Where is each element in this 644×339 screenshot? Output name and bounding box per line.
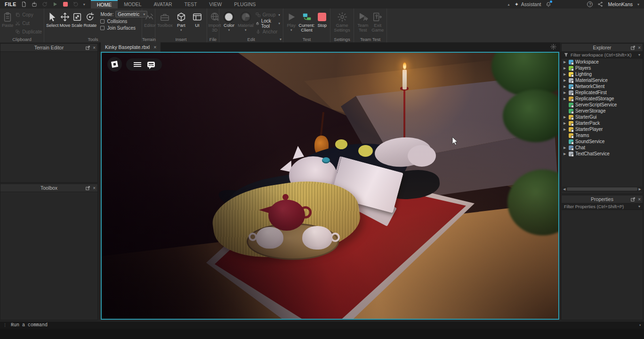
popout-icon[interactable] — [86, 186, 90, 190]
share-icon[interactable] — [597, 1, 603, 7]
explorer-tree-item[interactable]: ▶ NetworkClient — [562, 83, 643, 89]
expand-arrow-icon[interactable]: ▶ — [564, 79, 567, 82]
command-bar-handle-icon[interactable]: ⋮ — [3, 323, 7, 328]
expand-arrow-icon[interactable]: ▶ — [564, 73, 567, 76]
paste-button[interactable]: Paste — [2, 10, 13, 36]
scrollbar-thumb[interactable] — [567, 187, 637, 191]
explorer-tree-item[interactable]: ▶ Chat — [562, 145, 643, 151]
close-icon[interactable]: × — [93, 186, 96, 191]
part-button[interactable]: Part▾ — [174, 10, 189, 36]
user-menu-caret-icon[interactable]: ▾ — [637, 2, 639, 7]
filter-caret-icon[interactable]: ▾ — [638, 53, 640, 57]
play-button[interactable]: Play▾ — [285, 10, 297, 36]
expand-arrow-icon[interactable]: ▶ — [564, 85, 567, 89]
popout-icon[interactable] — [86, 46, 90, 50]
filter-caret-icon[interactable]: ▾ — [638, 204, 640, 209]
explorer-tree-item[interactable]: ▶ StarterPack — [562, 120, 643, 126]
collisions-checkbox[interactable]: Collisions — [100, 19, 147, 24]
user-name[interactable]: MelonKans — [608, 1, 633, 7]
explorer-tree-item[interactable]: ▶ Workspace — [562, 59, 643, 65]
menu-tab[interactable]: PLUGINS — [228, 0, 262, 8]
explorer-tree-item[interactable]: ▶ ServerStorage — [562, 108, 643, 114]
duplicate-button[interactable]: Duplicate — [14, 28, 43, 36]
expand-arrow-icon[interactable]: ▶ — [564, 128, 567, 131]
expand-arrow-icon[interactable]: ▶ — [564, 152, 567, 156]
viewport-settings-gear-icon[interactable] — [550, 44, 556, 50]
join-surfaces-checkbox[interactable]: Join Surfaces — [100, 25, 147, 31]
menu-tab[interactable]: MODEL — [118, 0, 147, 8]
material-button[interactable]: Material▾ — [238, 10, 254, 36]
close-icon[interactable]: × — [638, 197, 641, 202]
ui-button[interactable]: UI — [190, 10, 205, 36]
explorer-tree-item[interactable]: ▶ ReplicatedStorage — [562, 96, 643, 102]
collapse-ribbon-chevron-icon[interactable]: ▴ — [508, 2, 510, 7]
explorer-tree-item[interactable]: ▶ Players — [562, 65, 643, 71]
explorer-tree-item[interactable]: ▶ ReplicatedFirst — [562, 89, 643, 96]
group-button[interactable]: Group▾ — [255, 11, 281, 19]
edit-dialog-launcher-icon[interactable]: ▾ — [280, 37, 282, 41]
toolbox-button[interactable]: Toolbox — [157, 10, 173, 36]
team-test-button[interactable]: Team Test — [356, 10, 370, 36]
properties-filter-input[interactable]: Filter Properties (Ctrl+Shift+P) ▾ — [562, 203, 643, 210]
command-input[interactable]: Run a command — [11, 323, 48, 328]
scroll-left-arrow-icon[interactable]: ◀ — [563, 187, 565, 191]
scale-tool-button[interactable]: Scale — [72, 10, 83, 36]
document-tab[interactable]: Kinky Baseplate.rbxl × — [101, 42, 161, 52]
explorer-tree-item[interactable]: ▶ Lighting — [562, 71, 643, 77]
terrain-editor-button[interactable]: Editor — [144, 10, 156, 36]
play-icon[interactable] — [52, 1, 58, 8]
explorer-tree-item[interactable]: ▶ Teams — [562, 132, 643, 138]
expand-arrow-icon[interactable]: ▶ — [564, 60, 567, 64]
assistant-button[interactable]: ✦ Assistant — [515, 1, 541, 8]
explorer-tree-item[interactable]: ▶ TextChatService — [562, 151, 643, 157]
stop-icon[interactable] — [63, 1, 69, 8]
anchor-button[interactable]: Anchor — [255, 28, 281, 36]
open-icon[interactable] — [32, 1, 38, 8]
expand-arrow-icon[interactable]: ▶ — [564, 146, 567, 150]
current-client-button[interactable]: Current: Client — [298, 10, 315, 36]
cut-button[interactable]: Cut — [14, 19, 43, 27]
close-icon[interactable]: × — [93, 45, 96, 50]
move-tool-button[interactable]: Move — [59, 10, 70, 36]
explorer-tree-item[interactable]: ▶ ServerScriptService — [562, 102, 643, 108]
explorer-horizontal-scrollbar[interactable]: ◀ ▶ — [562, 186, 642, 192]
explorer-tree-item[interactable]: ▶ MaterialService — [562, 77, 643, 83]
command-bar-caret-icon[interactable]: ▾ — [639, 323, 641, 327]
explorer-tree-item[interactable]: ▶ StarterPlayer — [562, 126, 643, 132]
undo-icon[interactable] — [73, 1, 79, 8]
rotate-tool-button[interactable]: Rotate — [83, 10, 97, 36]
hamburger-menu-icon[interactable] — [134, 62, 141, 67]
expand-arrow-icon[interactable]: ▶ — [564, 97, 567, 101]
help-icon[interactable]: ? — [587, 1, 593, 7]
menu-tab[interactable]: AVATAR — [148, 0, 178, 8]
explorer-tree-item[interactable]: ▶ StarterGui — [562, 114, 643, 120]
explorer-filter-input[interactable]: Filter workspace (Ctrl+Shift+X) ▾ — [562, 52, 643, 58]
menu-tab[interactable]: HOME — [91, 0, 118, 8]
expand-arrow-icon[interactable]: ▶ — [564, 66, 567, 70]
expand-arrow-icon[interactable]: ▶ — [564, 115, 567, 119]
close-icon[interactable]: × — [638, 45, 641, 50]
new-file-icon[interactable] — [21, 1, 27, 8]
customize-toolbar-caret[interactable]: ▾ — [83, 2, 85, 7]
redo-icon[interactable] — [42, 1, 48, 8]
menu-tab[interactable]: TEST — [178, 0, 203, 8]
select-tool-button[interactable]: Select — [46, 10, 58, 36]
viewport-3d[interactable] — [101, 52, 559, 320]
roblox-logo-icon[interactable] — [107, 57, 122, 72]
notifications-bell-icon[interactable] — [546, 1, 551, 7]
popout-icon[interactable] — [631, 197, 635, 202]
scroll-right-arrow-icon[interactable]: ▶ — [639, 187, 641, 191]
lock-tool-button[interactable]: Lock Tool▾ — [255, 19, 281, 27]
import-3d-button[interactable]: Import 3D — [209, 10, 220, 36]
file-menu-button[interactable]: FILE — [0, 1, 21, 7]
copy-button[interactable]: Copy — [14, 11, 43, 19]
expand-arrow-icon[interactable]: ▶ — [564, 91, 567, 95]
popout-icon[interactable] — [631, 46, 635, 50]
tab-close-icon[interactable]: × — [153, 44, 156, 50]
stop-button[interactable]: Stop — [316, 10, 328, 36]
exit-game-button[interactable]: Exit Game — [371, 10, 385, 36]
chat-bubble-icon[interactable] — [147, 62, 155, 67]
menu-tab[interactable]: VIEW — [203, 0, 228, 8]
explorer-tree-item[interactable]: ▶ SoundService — [562, 138, 643, 145]
command-bar[interactable]: ⋮ Run a command ▾ — [0, 321, 644, 329]
